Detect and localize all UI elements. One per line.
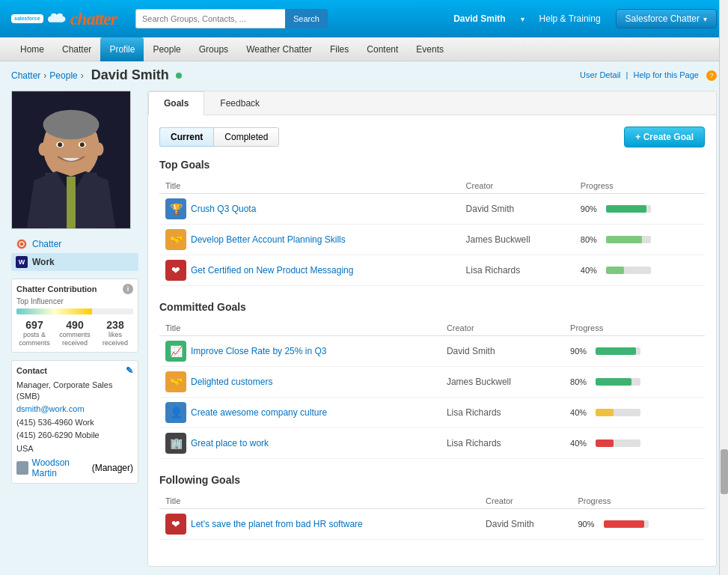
stat-posts: 697 posts &comments bbox=[16, 319, 52, 347]
nav-item-events[interactable]: Events bbox=[407, 37, 453, 61]
filter-buttons: Current Completed bbox=[159, 127, 279, 147]
contribution-section: Chatter Contribution i Top Influencer 69… bbox=[11, 279, 138, 353]
salesforce-chatter-button[interactable]: Salesforce Chatter ▾ bbox=[616, 9, 717, 28]
goal-icon: 👤 bbox=[165, 402, 186, 423]
chatter-link-label: Chatter bbox=[32, 239, 61, 249]
tab-feedback[interactable]: Feedback bbox=[204, 91, 275, 115]
user-detail-link[interactable]: User Detail bbox=[580, 70, 620, 79]
scrollbar-thumb[interactable] bbox=[721, 449, 728, 494]
search-button[interactable]: Search bbox=[285, 9, 328, 28]
contact-phone-work: (415) 536-4960 Work bbox=[16, 417, 133, 428]
breadcrumb-people[interactable]: People bbox=[49, 70, 77, 81]
nav-item-chatter[interactable]: Chatter bbox=[53, 37, 100, 61]
breadcrumb-area: Chatter › People › David Smith User Deta… bbox=[0, 61, 728, 83]
help-page-link[interactable]: Help for this Page bbox=[634, 70, 699, 79]
goal-title-cell: ❤ Get Certified on New Product Messaging bbox=[159, 255, 460, 286]
goal-link[interactable]: Let's save the planet from bad HR softwa… bbox=[191, 519, 363, 529]
stat-comments-label: commentsreceived bbox=[57, 331, 93, 347]
nav-item-profile[interactable]: Profile bbox=[100, 37, 144, 61]
table-row: 📈 Improve Close Rate by 25% in Q3 David … bbox=[159, 336, 705, 367]
main-area: Chatter W Work Chatter Contribution i To… bbox=[0, 83, 728, 574]
profile-image bbox=[12, 91, 130, 229]
col-title-following: Title bbox=[159, 493, 480, 509]
goal-link[interactable]: Develop Better Account Planning Skills bbox=[191, 234, 346, 245]
contact-email-link[interactable]: dsmith@work.com bbox=[16, 404, 85, 413]
search-input[interactable] bbox=[135, 9, 285, 28]
goal-progress: 90% bbox=[564, 336, 705, 367]
goal-progress: 90% bbox=[575, 194, 705, 225]
goal-progress: 80% bbox=[575, 225, 705, 255]
manager-name[interactable]: Woodson Martin bbox=[32, 457, 88, 478]
progress-pct: 90% bbox=[581, 204, 602, 213]
progress-bar-bg bbox=[606, 267, 651, 274]
col-creator-following: Creator bbox=[480, 493, 572, 509]
help-training-link[interactable]: Help & Training bbox=[539, 13, 601, 24]
manager-row: Woodson Martin (Manager) bbox=[16, 457, 133, 478]
breadcrumb-chatter[interactable]: Chatter bbox=[11, 70, 40, 81]
influence-bar bbox=[16, 308, 133, 314]
profile-photo bbox=[11, 91, 131, 229]
top-goals-body: 🏆 Crush Q3 Quota David Smith 90% 🤝 Devel… bbox=[159, 194, 705, 286]
goals-content: Current Completed + Create Goal Top Goal… bbox=[148, 115, 716, 566]
goal-link[interactable]: Get Certified on New Product Messaging bbox=[191, 265, 353, 276]
user-dropdown-icon[interactable]: ▾ bbox=[521, 15, 524, 23]
top-goals-title: Top Goals bbox=[159, 159, 705, 171]
filter-current-btn[interactable]: Current bbox=[159, 127, 213, 147]
header-right: David Smith ▾ Help & Training Salesforce… bbox=[453, 9, 717, 28]
progress-pct: 90% bbox=[578, 520, 599, 529]
sidebar-item-work[interactable]: W Work bbox=[11, 253, 138, 271]
progress-pct: 40% bbox=[570, 439, 591, 448]
tab-goals[interactable]: Goals bbox=[148, 91, 204, 115]
influence-fill bbox=[16, 308, 92, 314]
goal-progress: 90% bbox=[572, 509, 706, 540]
goal-title-cell: 🤝 Develop Better Account Planning Skills bbox=[159, 225, 460, 255]
left-sidebar: Chatter W Work Chatter Contribution i To… bbox=[11, 91, 138, 567]
table-row: ❤ Let's save the planet from bad HR soft… bbox=[159, 509, 705, 540]
progress-bar-fill bbox=[606, 205, 646, 213]
table-row: 🏢 Great place to work Lisa Richards 40% bbox=[159, 428, 705, 459]
salesforce-logo: salesforce bbox=[11, 14, 43, 23]
progress-pct: 40% bbox=[581, 266, 602, 275]
online-status-dot bbox=[176, 73, 182, 79]
nav-item-people[interactable]: People bbox=[144, 37, 189, 61]
goal-icon: 📈 bbox=[165, 341, 186, 362]
goal-progress: 40% bbox=[575, 255, 705, 286]
create-goal-button[interactable]: + Create Goal bbox=[624, 127, 705, 147]
filter-completed-btn[interactable]: Completed bbox=[213, 127, 279, 147]
goal-link[interactable]: Create awesome company culture bbox=[191, 407, 327, 418]
goal-icon: 🤝 bbox=[165, 229, 186, 250]
sidebar-item-chatter[interactable]: Chatter bbox=[11, 235, 138, 253]
goal-creator: David Smith bbox=[460, 194, 575, 225]
progress-bar-fill bbox=[596, 409, 614, 416]
contact-edit-icon[interactable]: ✎ bbox=[126, 365, 133, 376]
nav-item-weather-chatter[interactable]: Weather Chatter bbox=[237, 37, 321, 61]
work-icon: W bbox=[16, 256, 28, 268]
goal-link[interactable]: Great place to work bbox=[191, 438, 269, 448]
nav-item-groups[interactable]: Groups bbox=[190, 37, 237, 61]
phone-work-num: (415) 536-4960 bbox=[16, 418, 73, 427]
scrollbar-track bbox=[719, 0, 728, 574]
search-bar: Search bbox=[135, 9, 328, 28]
nav-item-home[interactable]: Home bbox=[11, 37, 53, 61]
right-content: Goals Feedback Current Completed + Creat… bbox=[147, 91, 717, 567]
goal-title-cell: 🏆 Crush Q3 Quota bbox=[159, 194, 460, 225]
progress-pct: 40% bbox=[570, 408, 591, 417]
goal-icon: 🏆 bbox=[165, 198, 186, 219]
svg-point-8 bbox=[80, 142, 85, 147]
goal-link[interactable]: Improve Close Rate by 25% in Q3 bbox=[191, 346, 326, 356]
progress-bar-bg bbox=[596, 439, 640, 447]
user-name-header[interactable]: David Smith bbox=[453, 13, 505, 24]
goal-creator: James Buckwell bbox=[441, 367, 564, 398]
progress-bar-bg bbox=[606, 236, 651, 243]
contribution-title: Chatter Contribution bbox=[16, 285, 97, 293]
contribution-info-icon[interactable]: i bbox=[123, 284, 133, 294]
nav-item-files[interactable]: Files bbox=[321, 37, 358, 61]
page-title: David Smith bbox=[91, 67, 169, 83]
contact-title: Contact bbox=[16, 366, 47, 375]
col-progress-top: Progress bbox=[575, 178, 705, 194]
goal-link[interactable]: Delighted customers bbox=[191, 377, 272, 387]
nav-item-content[interactable]: Content bbox=[358, 37, 407, 61]
contribution-sub: Top Influencer bbox=[16, 297, 133, 305]
header: salesforce chatter Search David Smith ▾ … bbox=[0, 0, 728, 37]
goal-link[interactable]: Crush Q3 Quota bbox=[191, 204, 256, 214]
